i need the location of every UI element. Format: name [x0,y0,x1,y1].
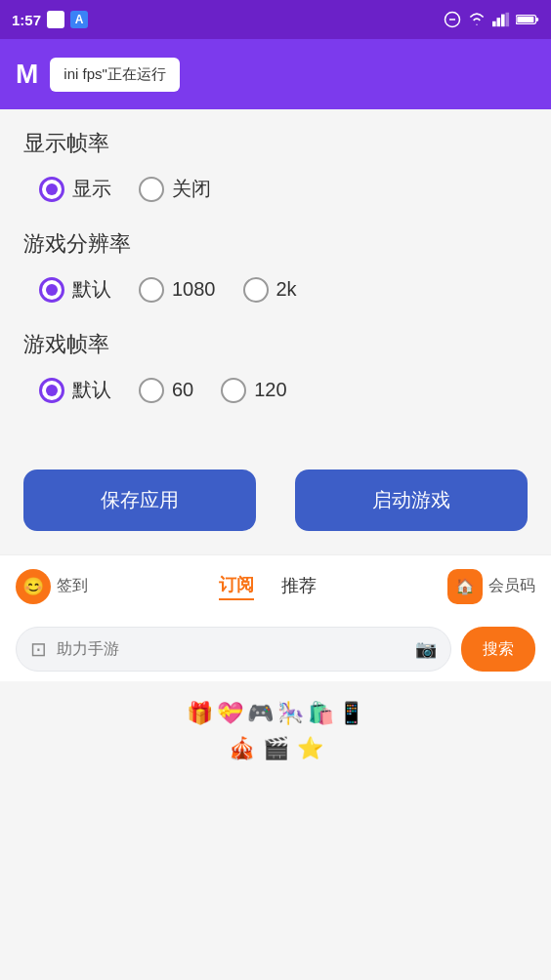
framerate-120-option[interactable]: 120 [221,378,286,403]
resolution-default-option[interactable]: 默认 [39,276,111,303]
framerate-default-radio[interactable] [39,378,64,403]
settings-content: 显示帧率 显示 关闭 游戏分辨率 默认 1080 [0,109,551,450]
promo-image: 🎁 💝 🎮 🎠 🛍️ 📱 🎪 🎬 ⭐ [178,701,373,798]
framerate-60-radio[interactable] [139,378,164,403]
sticker-1: 🎁 [187,701,213,726]
display-show-label: 显示 [72,176,111,202]
sticker-5: 🛍️ [308,701,334,726]
framerate-60-label: 60 [172,379,193,401]
tab-recommend[interactable]: 推荐 [281,574,317,599]
svg-rect-7 [517,17,533,22]
svg-rect-5 [506,13,510,26]
framerate-120-label: 120 [254,379,286,401]
framerate-default-label: 默认 [72,377,111,403]
resolution-1080-radio[interactable] [139,277,164,303]
search-input[interactable] [57,640,405,658]
running-tooltip: ini fps"正在运行 [50,58,180,92]
display-off-option[interactable]: 关闭 [139,176,211,202]
a-icon: A [70,11,88,28]
sticker-9: ⭐ [297,736,323,761]
sticker-row: 🎁 💝 🎮 🎠 🛍️ 📱 [187,701,364,726]
bottom-nav: 😊 签到 订阅 推荐 🏠 会员码 [0,554,551,617]
member-code-label: 会员码 [488,576,535,596]
signal-icon [492,12,510,27]
checkin-label: 签到 [57,576,88,596]
display-framerate-label: 显示帧率 [23,129,528,158]
resolution-2k-option[interactable]: 2k [243,277,297,303]
dnd-icon [444,11,461,28]
display-framerate-options: 显示 关闭 [23,176,528,202]
top-bar: M ini fps"正在运行 [0,39,551,109]
game-resolution-options: 默认 1080 2k [23,276,528,303]
status-right [444,11,539,28]
resolution-1080-option[interactable]: 1080 [139,277,216,303]
start-game-button[interactable]: 启动游戏 [295,470,528,531]
save-button[interactable]: 保存应用 [23,470,256,531]
member-code-nav-item[interactable]: 🏠 会员码 [447,569,535,604]
scan-icon[interactable]: ⊡ [30,637,47,661]
game-framerate-options: 默认 60 120 [23,377,528,403]
checkin-nav-item[interactable]: 😊 签到 [16,569,88,604]
resolution-default-label: 默认 [72,276,111,303]
sticker-4: 🎠 [277,701,304,726]
display-framerate-section: 显示帧率 显示 关闭 [23,129,528,202]
search-button[interactable]: 搜索 [461,627,535,672]
game-resolution-label: 游戏分辨率 [23,229,528,259]
bottom-image-area: 🎁 💝 🎮 🎠 🛍️ 📱 🎪 🎬 ⭐ [0,681,551,798]
action-buttons: 保存应用 启动游戏 [0,450,551,554]
camera-icon[interactable]: 📷 [415,638,437,660]
display-off-radio[interactable] [139,177,164,202]
sticker-2: 💝 [217,701,243,726]
tab-subscribe[interactable]: 订阅 [219,573,254,600]
notification-icon [47,11,64,28]
status-left: 1:57 A [12,11,88,28]
framerate-120-radio[interactable] [221,378,246,403]
search-bar: ⊡ 📷 [16,627,451,672]
display-show-radio[interactable] [39,177,64,202]
svg-rect-3 [497,18,501,26]
sticker-6: 📱 [338,701,364,726]
wifi-icon [467,12,487,27]
status-bar: 1:57 A [0,0,551,39]
battery-icon [516,13,539,26]
game-framerate-section: 游戏帧率 默认 60 120 [23,330,528,403]
resolution-2k-radio[interactable] [243,277,269,303]
game-resolution-section: 游戏分辨率 默认 1080 2k [23,229,528,303]
checkin-icon: 😊 [16,569,51,604]
sticker-7: 🎪 [229,736,255,761]
resolution-2k-label: 2k [276,278,297,301]
display-show-option[interactable]: 显示 [39,176,111,202]
framerate-default-option[interactable]: 默认 [39,377,111,403]
svg-rect-2 [492,21,496,26]
member-icon: 🏠 [447,569,483,604]
svg-rect-8 [536,18,539,20]
app-initial: M [16,59,38,90]
display-off-label: 关闭 [172,176,211,202]
resolution-default-radio[interactable] [39,277,64,303]
svg-rect-4 [501,15,505,27]
status-time: 1:57 [12,12,41,28]
sticker-row-2: 🎪 🎬 ⭐ [229,736,323,761]
game-framerate-label: 游戏帧率 [23,330,528,359]
nav-tabs: 订阅 推荐 [219,573,317,600]
framerate-60-option[interactable]: 60 [139,378,193,403]
sticker-8: 🎬 [263,736,289,761]
resolution-1080-label: 1080 [172,278,216,301]
sticker-3: 🎮 [247,701,274,726]
search-container: ⊡ 📷 搜索 [0,617,551,681]
